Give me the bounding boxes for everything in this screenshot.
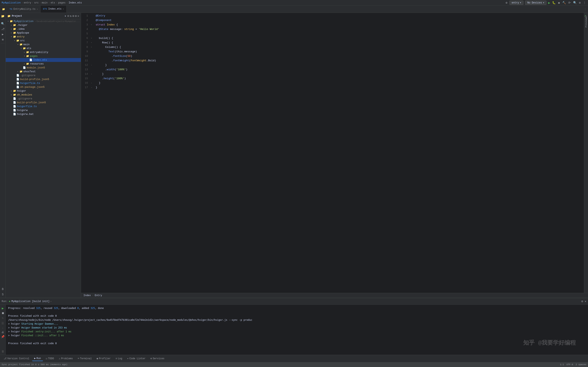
- activity-bar: 📁 🔍 ⎇ ▶ ⊞ B S: [0, 13, 6, 298]
- code-line-14: }: [96, 72, 584, 76]
- tree-item-hvigorfile-root[interactable]: 📄 hvigorfile.ts: [6, 104, 81, 108]
- activity-git[interactable]: ⎇: [0, 26, 5, 31]
- item-label: oh-package.json5: [20, 86, 45, 89]
- settings-icon[interactable]: ⚙: [581, 300, 583, 303]
- settings-icon[interactable]: ⚙: [505, 1, 508, 5]
- tab-services[interactable]: ⚙ Services: [148, 356, 167, 361]
- encoding-indicator[interactable]: UTF-8: [566, 363, 573, 366]
- breadcrumb-entry[interactable]: Entry: [95, 294, 102, 297]
- tree-item-hvigorfile-entry[interactable]: 📄 hvigorfile.ts: [6, 81, 81, 85]
- search-icon[interactable]: 🔍: [573, 1, 577, 5]
- breadcrumb-index[interactable]: Index: [83, 294, 91, 297]
- output-line-8: > hvigor Finished ::init... after 1 ms: [8, 334, 586, 337]
- tab-label: Version Control: [7, 357, 29, 360]
- sort-icon[interactable]: ⇅: [70, 14, 72, 18]
- activity-search[interactable]: 🔍: [0, 21, 5, 26]
- pin-icon[interactable]: 📌: [1, 335, 4, 339]
- folder-icon: 📁: [20, 43, 23, 46]
- filter-icon[interactable]: ☰: [1, 322, 4, 325]
- run-rerun-icon[interactable]: ↻: [2, 316, 3, 319]
- separator: ›: [92, 294, 93, 297]
- entry-selector[interactable]: entry ▾: [509, 1, 523, 5]
- sidebar-toggle[interactable]: 📁: [0, 8, 7, 11]
- close-panel-icon[interactable]: ✕: [585, 300, 586, 303]
- item-label: ets: [27, 47, 31, 50]
- tab-run[interactable]: ▶ Run: [32, 356, 43, 361]
- tab-version-control[interactable]: ⎇ Version Control: [2, 356, 31, 361]
- tree-item-main[interactable]: ▾ 📁 main: [6, 42, 81, 46]
- profile-icon[interactable]: ◉: [558, 1, 560, 5]
- collapse-all-icon[interactable]: ⊟: [67, 14, 69, 18]
- run-close-icon[interactable]: ✕: [50, 300, 51, 303]
- tree-item-hvigorw-bat[interactable]: 📄 hvigorw.bat: [6, 112, 81, 116]
- tree-item-index-ets[interactable]: 📄 Index.ets: [6, 58, 81, 62]
- activity-run[interactable]: ▶: [0, 32, 5, 37]
- device-label: No Devices: [527, 1, 542, 4]
- tab-entryability[interactable]: TS EntryAbility.ts ✕: [7, 6, 41, 13]
- tab-profiler[interactable]: ◉ Profiler: [95, 356, 113, 361]
- run-button[interactable]: ▶: [548, 1, 550, 5]
- run-play-icon[interactable]: ▶: [2, 306, 4, 310]
- item-label: hvigorw: [17, 109, 28, 112]
- run-stop-icon[interactable]: ⏹: [1, 312, 4, 315]
- settings2-icon[interactable]: ⚙: [579, 1, 581, 5]
- filter-icon[interactable]: ⚙: [73, 14, 74, 18]
- sync-icon[interactable]: ⟳: [568, 1, 571, 5]
- tree-item-entryability[interactable]: ▸ 📁 entryability: [6, 50, 81, 54]
- run-tab[interactable]: ▶ MyApplication [build init] ✕: [9, 300, 52, 303]
- tree-item-ohostest[interactable]: ▸ 📁 ohosTest: [6, 70, 81, 74]
- tree-item-hvigor[interactable]: ▸ 📁 .hvigor: [6, 23, 81, 27]
- tab-code-linter[interactable]: ✦ Code Linter: [125, 356, 147, 361]
- indent-indicator[interactable]: 2 spaces: [576, 363, 586, 366]
- tree-item-resources[interactable]: ▸ 📁 resources: [6, 62, 81, 66]
- tree-item-appscope[interactable]: ▸ 📁 AppScope: [6, 31, 81, 35]
- tree-item-build-profile-root[interactable]: 📄 build-profile.json5: [6, 100, 81, 104]
- tree-item-oh-package-entry[interactable]: 📄 oh-package.json5: [6, 85, 81, 89]
- activity-extensions[interactable]: ⊞: [0, 37, 5, 42]
- tab-close-icon[interactable]: ✕: [37, 8, 38, 10]
- tree-item-idea[interactable]: ▸ 📁 .idea: [6, 27, 81, 31]
- tab-terminal[interactable]: ⌨ Terminal: [76, 356, 94, 361]
- expand-arrow: ▾: [23, 55, 26, 57]
- tree-item-hvigor-root[interactable]: ▸ 📁 hvigor: [6, 89, 81, 93]
- tree-item-gitignore-entry[interactable]: 📄 .gitignore: [6, 74, 81, 77]
- file-icon: 📄: [16, 85, 19, 89]
- activity-bottom1[interactable]: B: [0, 287, 5, 292]
- activity-bottom2[interactable]: S: [0, 292, 5, 297]
- tab-todo[interactable]: ☑ TODO: [44, 356, 56, 361]
- gear-icon[interactable]: ⚙: [75, 14, 77, 18]
- tab-problems[interactable]: ⚠ Problems: [57, 356, 75, 361]
- tree-item-module-json5[interactable]: 📄 module.json5: [6, 66, 81, 70]
- tree-item-src[interactable]: ▾ 📁 src: [6, 39, 81, 42]
- scroll-icon[interactable]: ↓: [2, 326, 3, 330]
- item-label: AppScope: [17, 32, 29, 34]
- tree-item-entry[interactable]: ▾ 📁 entry: [6, 35, 81, 39]
- tab-label: Run: [36, 357, 41, 360]
- tab-log[interactable]: ≡ Log: [114, 356, 124, 361]
- trash-icon[interactable]: 🗑: [1, 350, 4, 353]
- build-icon[interactable]: 🔨: [562, 1, 566, 5]
- device-selector[interactable]: No Devices ▾: [525, 1, 547, 5]
- tree-item-myapplication[interactable]: ▾ 📁 MyApplication ~/DevEcoStudioProjects…: [6, 19, 81, 23]
- file-icon: 📄: [13, 97, 16, 100]
- line-col-indicator[interactable]: 1:1: [560, 363, 564, 366]
- sidebar-dropdown-icon[interactable]: ▾: [65, 15, 66, 18]
- tree-item-gitignore-root[interactable]: 📄 .gitignore: [6, 97, 81, 100]
- debug-icon[interactable]: 🐛: [552, 1, 556, 5]
- tree-item-pages[interactable]: ▾ 📁 pages: [6, 54, 81, 58]
- code-line-11: .fontWeight(FontWeight.Bold): [96, 58, 584, 63]
- tree-item-ets[interactable]: ▾ 📁 ets: [6, 46, 81, 50]
- preview-panel[interactable]: Previewer: [584, 13, 588, 293]
- tree-item-oh-modules[interactable]: ▸ 📁 oh_modules: [6, 93, 81, 97]
- more-icon[interactable]: ⋮: [583, 1, 586, 5]
- close-sidebar-icon[interactable]: ✕: [78, 14, 79, 18]
- tab-more[interactable]: ⋮: [584, 8, 588, 11]
- code-editor[interactable]: @Entry @Component struct Index { @State …: [93, 13, 584, 293]
- activity-project[interactable]: 📁: [0, 14, 5, 18]
- tab-close-icon[interactable]: ✕: [63, 8, 64, 10]
- tree-item-build-profile-entry[interactable]: 📄 build-profile.json5: [6, 77, 81, 81]
- print-icon[interactable]: 🖨: [1, 331, 4, 334]
- tree-item-hvigorw[interactable]: 📄 hvigorw: [6, 108, 81, 112]
- folder-icon: 📁: [13, 27, 16, 31]
- tab-index[interactable]: ETS Index.ets ✕: [41, 6, 66, 13]
